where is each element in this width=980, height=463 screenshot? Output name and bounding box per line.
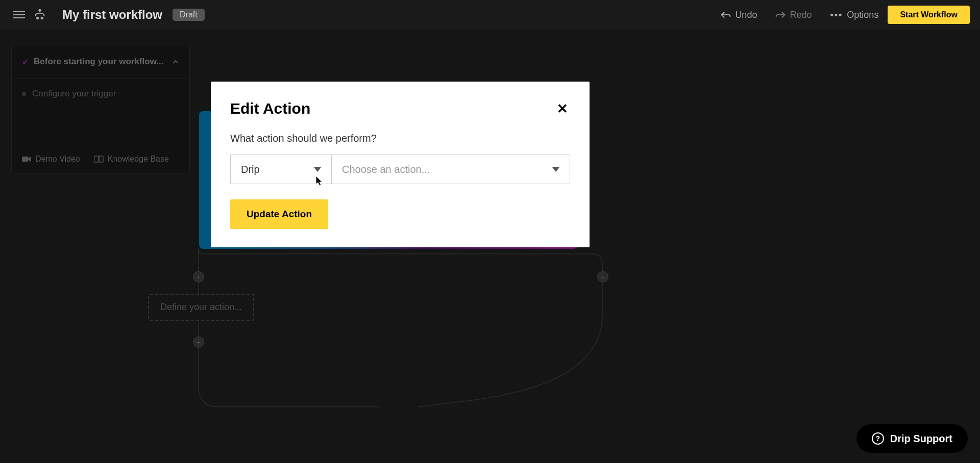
caret-down-icon (552, 167, 559, 172)
svg-point-2 (39, 10, 40, 11)
provider-dropdown[interactable]: Drip (230, 155, 331, 184)
drip-logo-icon[interactable] (33, 8, 47, 22)
redo-button[interactable]: Redo (766, 10, 821, 20)
svg-point-1 (41, 17, 43, 19)
start-workflow-button[interactable]: Start Workflow (888, 6, 970, 24)
edit-action-modal: Edit Action ✕ What action should we perf… (211, 82, 590, 247)
svg-point-0 (37, 17, 38, 19)
dots-icon: ••• (830, 10, 843, 20)
workflow-canvas: + + + Define your action... ✔ Before sta… (0, 30, 980, 463)
menu-icon[interactable] (13, 9, 25, 21)
workflow-title[interactable]: My first workflow (62, 8, 162, 22)
provider-value: Drip (241, 164, 260, 175)
options-button[interactable]: ••• Options (821, 10, 888, 20)
modal-label: What action should we perform? (230, 133, 570, 144)
action-placeholder: Choose an action... (342, 164, 430, 175)
update-action-button[interactable]: Update Action (230, 199, 328, 229)
caret-down-icon (314, 167, 321, 172)
help-icon: ? (872, 432, 884, 445)
support-label: Drip Support (890, 433, 952, 445)
draft-badge: Draft (173, 9, 205, 21)
redo-icon (775, 11, 786, 19)
app-header: My first workflow Draft Undo Redo ••• Op… (0, 0, 980, 30)
undo-icon (721, 11, 731, 19)
undo-button[interactable]: Undo (712, 10, 766, 20)
modal-title: Edit Action (230, 100, 310, 117)
support-widget[interactable]: ? Drip Support (856, 424, 968, 453)
close-icon[interactable]: ✕ (555, 101, 570, 117)
action-dropdown[interactable]: Choose an action... (331, 155, 570, 184)
